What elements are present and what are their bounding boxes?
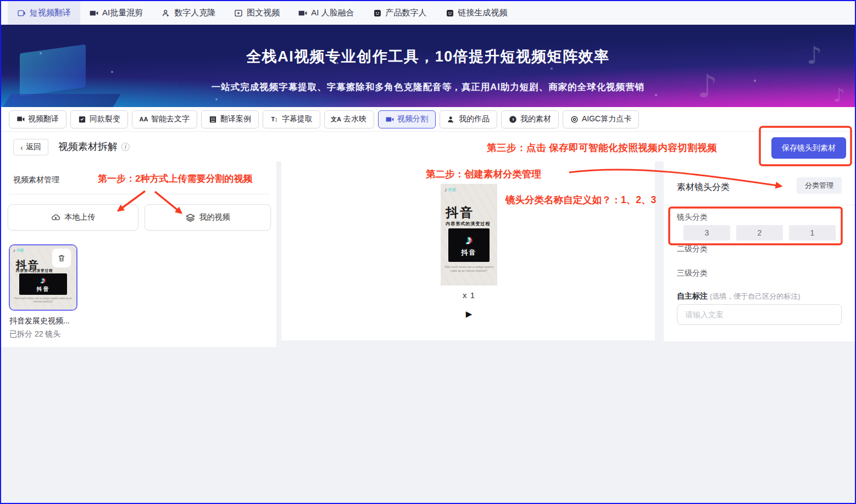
- logo-label: 抖音: [36, 285, 49, 293]
- toolbar-translation-cases[interactable]: 翻译案例: [201, 110, 259, 128]
- toolbar-same-style-fission[interactable]: 同款裂变: [70, 110, 128, 128]
- toolbar-label: 我的作品: [459, 114, 490, 124]
- video-material-panel: 视频素材管理 第一步：2种方式上传需要分割的视频 本地上传 我的视频 ♪ 抖音 …: [1, 161, 276, 347]
- music-note-icon: ♪: [13, 248, 16, 253]
- shot-option-1[interactable]: 1: [789, 225, 836, 240]
- person-icon: [162, 9, 170, 18]
- banner-title: 全栈AI视频专业创作工具，10倍提升短视频矩阵效率: [1, 47, 855, 66]
- nav-item-short-video-translate[interactable]: 短视频翻译: [8, 1, 80, 25]
- credit-ring-icon: [570, 115, 579, 124]
- info-icon[interactable]: i: [121, 143, 130, 151]
- play-square-icon: [234, 9, 243, 18]
- toolbar-label: 智能去文字: [151, 114, 190, 124]
- video-camera-icon: [90, 9, 98, 18]
- preview-panel: 第二步：创建素材分类管理 镜头分类名称自定义如？：1、2、3 ♪ 抖音 抖音 内…: [281, 161, 655, 340]
- my-videos-label: 我的视频: [199, 212, 230, 222]
- toolbar-label: 字幕提取: [282, 114, 313, 124]
- robot-face-icon: [373, 9, 382, 18]
- video-camera-icon: [386, 115, 394, 124]
- nav-item-label: 链接生成视频: [458, 8, 508, 18]
- annotation-step2: 第二步：创建素材分类管理: [426, 167, 541, 181]
- brand-text: 抖音: [17, 248, 24, 253]
- back-label: 返回: [26, 142, 41, 152]
- toolbar-label: AIGC算力点卡: [582, 114, 631, 124]
- cloud-upload-icon: [51, 213, 60, 222]
- music-note-icon: ♪: [444, 187, 447, 193]
- save-shots-button[interactable]: 保存镜头到素材: [771, 137, 846, 159]
- delete-button[interactable]: [52, 249, 71, 267]
- divider: [664, 205, 855, 205]
- thumb-fine-print: How much money can a college student mak…: [13, 297, 73, 304]
- toolbar-video-translate[interactable]: 视频翻译: [9, 110, 66, 128]
- toolbar-label: 翻译案例: [220, 114, 251, 124]
- page-title: 视频素材拆解 i: [58, 140, 130, 153]
- video-card[interactable]: ♪ 抖音 抖音 内容形式的演变过程 ♪ 抖音 How much money ca…: [9, 244, 77, 311]
- toolbar-smart-text-removal[interactable]: AA 智能去文字: [132, 110, 197, 128]
- note-hint: (选填，便于自己区分的标注): [710, 292, 801, 300]
- nav-item-label: AI 人脸融合: [311, 8, 354, 18]
- video-card-split-count: 已拆分 22 镜头: [9, 329, 60, 339]
- brand-text: 抖音: [448, 187, 456, 193]
- shot-option-3[interactable]: 3: [683, 225, 730, 240]
- toolbar-subtitle-extract[interactable]: T↕ 字幕提取: [263, 110, 320, 128]
- trash-icon: [57, 254, 66, 262]
- page-title-text: 视频素材拆解: [58, 140, 118, 153]
- level2-label: 二级分类: [677, 244, 708, 254]
- video-translate-icon: [16, 115, 25, 124]
- manage-categories-button[interactable]: 分类管理: [797, 177, 842, 194]
- shot-option-2[interactable]: 2: [736, 225, 783, 240]
- nav-item-label: 数字人克隆: [174, 8, 215, 18]
- nav-item-label: 产品数字人: [386, 8, 427, 18]
- letters-icon: AA: [140, 115, 148, 124]
- robot-face-icon: [446, 9, 454, 18]
- thumb-fine-print: How much money can a college student mak…: [443, 265, 494, 273]
- divider: [9, 194, 270, 194]
- toolbar-my-works[interactable]: 我的作品: [440, 110, 497, 128]
- douyin-logo-box: ♪ 抖音: [448, 228, 489, 262]
- note-label-row: 自主标注 (选填，便于自己区分的标注): [677, 292, 801, 301]
- video-translate-icon: [17, 9, 26, 18]
- nav-item-link-to-video[interactable]: 链接生成视频: [436, 1, 517, 25]
- nav-item-product-digital-human[interactable]: 产品数字人: [364, 1, 436, 25]
- chevron-left-icon: ‹: [20, 143, 23, 152]
- clip-count-label: x 1: [441, 290, 497, 300]
- video-camera-icon: [298, 9, 307, 18]
- watermark-doc-icon: 文A: [332, 115, 340, 124]
- note-label: 自主标注: [677, 292, 708, 300]
- translate-doc-icon: [209, 115, 217, 124]
- text-extract-icon: T↕: [270, 115, 279, 124]
- tiktok-note-icon: ♪: [465, 233, 472, 247]
- banner-subtitle: 一站式完成视频字幕提取、字幕擦除和多角色克隆配音等，真正用AI助力短剧、商家的全…: [1, 81, 855, 93]
- toolbar-aigc-credits[interactable]: AIGC算力点卡: [563, 110, 639, 128]
- shot-class-label: 镜头分类: [677, 212, 708, 222]
- annotation-hint: 镜头分类名称自定义如？：1、2、3: [505, 193, 656, 206]
- toolbar-label: 去水映: [343, 114, 366, 124]
- tab-video-material-management[interactable]: 视频素材管理: [13, 175, 59, 185]
- nav-item-image-text-video[interactable]: 图文视频: [225, 1, 289, 25]
- play-button[interactable]: ▶: [441, 309, 497, 319]
- preview-thumbnail[interactable]: ♪ 抖音 抖音 内容形式的演变过程 ♪ 抖音 How much money ca…: [441, 184, 497, 285]
- toolbar-my-materials[interactable]: 我的素材: [501, 110, 559, 128]
- shot-classification-panel: 素材镜头分类 分类管理 镜头分类 3 2 1 二级分类 三级分类 自主标注 (选…: [664, 161, 855, 341]
- nav-item-ai-face-fusion[interactable]: AI 人脸融合: [289, 1, 363, 25]
- toolbar-label: 视频分割: [397, 114, 428, 124]
- local-upload-button[interactable]: 本地上传: [8, 204, 138, 231]
- feature-toolbar: 视频翻译 同款裂变 AA 智能去文字 翻译案例 T↕ 字幕提取 文A 去水映 视…: [1, 107, 855, 132]
- app-window: 短视频翻译 AI批量混剪 数字人克隆 图文视频 AI 人脸融合 产品数字人 链接…: [0, 0, 856, 504]
- note-input[interactable]: [677, 304, 842, 325]
- nav-item-ai-batch-mixcut[interactable]: AI批量混剪: [80, 1, 152, 25]
- toolbar-watermark-removal[interactable]: 文A 去水映: [324, 110, 374, 128]
- nav-item-label: AI批量混剪: [102, 8, 143, 18]
- back-button[interactable]: ‹ 返回: [13, 139, 48, 155]
- desk-illustration: [2, 94, 120, 107]
- nav-item-digital-human-clone[interactable]: 数字人克隆: [152, 1, 225, 25]
- my-videos-button[interactable]: 我的视频: [144, 204, 271, 231]
- toolbar-video-split[interactable]: 视频分割: [378, 110, 436, 128]
- thumb-subtitle: 内容形式的演变过程: [446, 221, 490, 227]
- thumb-title: 抖音: [446, 204, 474, 221]
- person-icon: [447, 115, 455, 124]
- toolbar-label: 我的素材: [520, 114, 551, 124]
- local-upload-label: 本地上传: [65, 212, 96, 222]
- toolbar-label: 同款裂变: [90, 114, 120, 124]
- douyin-corner-logo: ♪ 抖音: [444, 187, 456, 193]
